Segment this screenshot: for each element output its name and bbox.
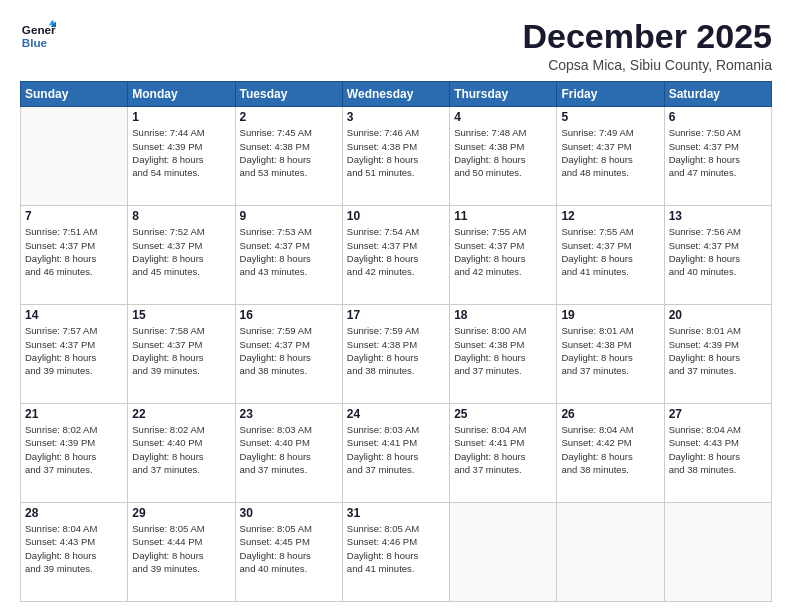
- calendar-week-5: 28Sunrise: 8:04 AM Sunset: 4:43 PM Dayli…: [21, 503, 772, 602]
- day-info: Sunrise: 8:05 AM Sunset: 4:44 PM Dayligh…: [132, 522, 230, 575]
- day-info: Sunrise: 8:04 AM Sunset: 4:43 PM Dayligh…: [669, 423, 767, 476]
- calendar-cell: 1Sunrise: 7:44 AM Sunset: 4:39 PM Daylig…: [128, 107, 235, 206]
- day-number: 20: [669, 308, 767, 322]
- day-number: 17: [347, 308, 445, 322]
- day-number: 14: [25, 308, 123, 322]
- calendar-cell: 21Sunrise: 8:02 AM Sunset: 4:39 PM Dayli…: [21, 404, 128, 503]
- calendar-header-row: SundayMondayTuesdayWednesdayThursdayFrid…: [21, 82, 772, 107]
- day-number: 15: [132, 308, 230, 322]
- calendar-week-4: 21Sunrise: 8:02 AM Sunset: 4:39 PM Dayli…: [21, 404, 772, 503]
- day-number: 31: [347, 506, 445, 520]
- day-info: Sunrise: 8:02 AM Sunset: 4:39 PM Dayligh…: [25, 423, 123, 476]
- day-number: 28: [25, 506, 123, 520]
- day-number: 9: [240, 209, 338, 223]
- calendar-week-2: 7Sunrise: 7:51 AM Sunset: 4:37 PM Daylig…: [21, 206, 772, 305]
- calendar-week-1: 1Sunrise: 7:44 AM Sunset: 4:39 PM Daylig…: [21, 107, 772, 206]
- day-info: Sunrise: 8:00 AM Sunset: 4:38 PM Dayligh…: [454, 324, 552, 377]
- day-number: 16: [240, 308, 338, 322]
- calendar-header-wednesday: Wednesday: [342, 82, 449, 107]
- day-info: Sunrise: 8:02 AM Sunset: 4:40 PM Dayligh…: [132, 423, 230, 476]
- logo: General Blue: [20, 18, 56, 54]
- day-number: 24: [347, 407, 445, 421]
- day-info: Sunrise: 7:48 AM Sunset: 4:38 PM Dayligh…: [454, 126, 552, 179]
- calendar-cell: 15Sunrise: 7:58 AM Sunset: 4:37 PM Dayli…: [128, 305, 235, 404]
- main-title: December 2025: [522, 18, 772, 55]
- calendar-cell: 7Sunrise: 7:51 AM Sunset: 4:37 PM Daylig…: [21, 206, 128, 305]
- day-number: 13: [669, 209, 767, 223]
- calendar-cell: 18Sunrise: 8:00 AM Sunset: 4:38 PM Dayli…: [450, 305, 557, 404]
- subtitle: Copsa Mica, Sibiu County, Romania: [522, 57, 772, 73]
- day-info: Sunrise: 7:57 AM Sunset: 4:37 PM Dayligh…: [25, 324, 123, 377]
- day-number: 6: [669, 110, 767, 124]
- day-number: 8: [132, 209, 230, 223]
- svg-text:Blue: Blue: [22, 36, 48, 49]
- day-number: 2: [240, 110, 338, 124]
- day-number: 7: [25, 209, 123, 223]
- calendar-header-thursday: Thursday: [450, 82, 557, 107]
- calendar-cell: 24Sunrise: 8:03 AM Sunset: 4:41 PM Dayli…: [342, 404, 449, 503]
- day-number: 5: [561, 110, 659, 124]
- day-number: 25: [454, 407, 552, 421]
- day-info: Sunrise: 7:54 AM Sunset: 4:37 PM Dayligh…: [347, 225, 445, 278]
- calendar-cell: 13Sunrise: 7:56 AM Sunset: 4:37 PM Dayli…: [664, 206, 771, 305]
- calendar-header-friday: Friday: [557, 82, 664, 107]
- calendar-cell: 14Sunrise: 7:57 AM Sunset: 4:37 PM Dayli…: [21, 305, 128, 404]
- day-info: Sunrise: 7:55 AM Sunset: 4:37 PM Dayligh…: [561, 225, 659, 278]
- calendar-cell: 19Sunrise: 8:01 AM Sunset: 4:38 PM Dayli…: [557, 305, 664, 404]
- title-area: December 2025 Copsa Mica, Sibiu County, …: [522, 18, 772, 73]
- calendar-header-tuesday: Tuesday: [235, 82, 342, 107]
- calendar-cell: 8Sunrise: 7:52 AM Sunset: 4:37 PM Daylig…: [128, 206, 235, 305]
- calendar-cell: 5Sunrise: 7:49 AM Sunset: 4:37 PM Daylig…: [557, 107, 664, 206]
- day-number: 27: [669, 407, 767, 421]
- day-info: Sunrise: 8:03 AM Sunset: 4:41 PM Dayligh…: [347, 423, 445, 476]
- day-info: Sunrise: 8:05 AM Sunset: 4:46 PM Dayligh…: [347, 522, 445, 575]
- day-info: Sunrise: 7:46 AM Sunset: 4:38 PM Dayligh…: [347, 126, 445, 179]
- calendar-cell: 12Sunrise: 7:55 AM Sunset: 4:37 PM Dayli…: [557, 206, 664, 305]
- day-info: Sunrise: 7:49 AM Sunset: 4:37 PM Dayligh…: [561, 126, 659, 179]
- day-number: 3: [347, 110, 445, 124]
- calendar-cell: 22Sunrise: 8:02 AM Sunset: 4:40 PM Dayli…: [128, 404, 235, 503]
- day-number: 26: [561, 407, 659, 421]
- calendar-cell: 30Sunrise: 8:05 AM Sunset: 4:45 PM Dayli…: [235, 503, 342, 602]
- page: General Blue December 2025 Copsa Mica, S…: [0, 0, 792, 612]
- day-info: Sunrise: 8:04 AM Sunset: 4:42 PM Dayligh…: [561, 423, 659, 476]
- day-info: Sunrise: 7:44 AM Sunset: 4:39 PM Dayligh…: [132, 126, 230, 179]
- day-number: 1: [132, 110, 230, 124]
- calendar-cell: 6Sunrise: 7:50 AM Sunset: 4:37 PM Daylig…: [664, 107, 771, 206]
- day-info: Sunrise: 7:56 AM Sunset: 4:37 PM Dayligh…: [669, 225, 767, 278]
- day-info: Sunrise: 7:45 AM Sunset: 4:38 PM Dayligh…: [240, 126, 338, 179]
- calendar-header-saturday: Saturday: [664, 82, 771, 107]
- day-info: Sunrise: 8:01 AM Sunset: 4:38 PM Dayligh…: [561, 324, 659, 377]
- day-info: Sunrise: 7:51 AM Sunset: 4:37 PM Dayligh…: [25, 225, 123, 278]
- calendar-cell: 26Sunrise: 8:04 AM Sunset: 4:42 PM Dayli…: [557, 404, 664, 503]
- calendar-cell: [557, 503, 664, 602]
- calendar-cell: 3Sunrise: 7:46 AM Sunset: 4:38 PM Daylig…: [342, 107, 449, 206]
- day-info: Sunrise: 7:59 AM Sunset: 4:37 PM Dayligh…: [240, 324, 338, 377]
- calendar-cell: 31Sunrise: 8:05 AM Sunset: 4:46 PM Dayli…: [342, 503, 449, 602]
- calendar-cell: 28Sunrise: 8:04 AM Sunset: 4:43 PM Dayli…: [21, 503, 128, 602]
- calendar-cell: 4Sunrise: 7:48 AM Sunset: 4:38 PM Daylig…: [450, 107, 557, 206]
- calendar-cell: [664, 503, 771, 602]
- calendar-cell: 23Sunrise: 8:03 AM Sunset: 4:40 PM Dayli…: [235, 404, 342, 503]
- day-number: 29: [132, 506, 230, 520]
- calendar-header-monday: Monday: [128, 82, 235, 107]
- day-info: Sunrise: 8:04 AM Sunset: 4:41 PM Dayligh…: [454, 423, 552, 476]
- day-info: Sunrise: 8:05 AM Sunset: 4:45 PM Dayligh…: [240, 522, 338, 575]
- calendar-cell: 9Sunrise: 7:53 AM Sunset: 4:37 PM Daylig…: [235, 206, 342, 305]
- calendar-header-sunday: Sunday: [21, 82, 128, 107]
- day-info: Sunrise: 7:55 AM Sunset: 4:37 PM Dayligh…: [454, 225, 552, 278]
- calendar-week-3: 14Sunrise: 7:57 AM Sunset: 4:37 PM Dayli…: [21, 305, 772, 404]
- day-info: Sunrise: 7:58 AM Sunset: 4:37 PM Dayligh…: [132, 324, 230, 377]
- day-info: Sunrise: 7:53 AM Sunset: 4:37 PM Dayligh…: [240, 225, 338, 278]
- day-info: Sunrise: 8:03 AM Sunset: 4:40 PM Dayligh…: [240, 423, 338, 476]
- calendar-cell: 20Sunrise: 8:01 AM Sunset: 4:39 PM Dayli…: [664, 305, 771, 404]
- day-info: Sunrise: 8:01 AM Sunset: 4:39 PM Dayligh…: [669, 324, 767, 377]
- day-number: 18: [454, 308, 552, 322]
- day-number: 11: [454, 209, 552, 223]
- day-number: 22: [132, 407, 230, 421]
- calendar-cell: 25Sunrise: 8:04 AM Sunset: 4:41 PM Dayli…: [450, 404, 557, 503]
- calendar-table: SundayMondayTuesdayWednesdayThursdayFrid…: [20, 81, 772, 602]
- day-number: 10: [347, 209, 445, 223]
- day-number: 12: [561, 209, 659, 223]
- calendar-cell: 29Sunrise: 8:05 AM Sunset: 4:44 PM Dayli…: [128, 503, 235, 602]
